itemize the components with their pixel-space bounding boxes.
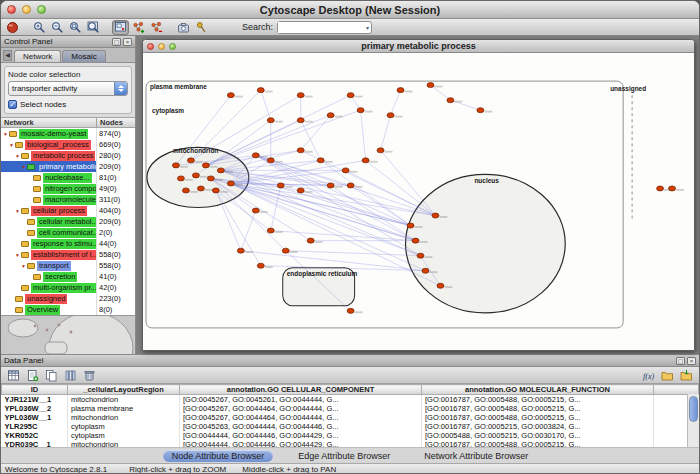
expander-icon[interactable]: ▼ xyxy=(8,142,15,148)
table-column-header[interactable]: annotation.GO CELLULAR_COMPONENT xyxy=(180,385,422,395)
table-row[interactable]: YPL036W__1mitochondrion[GO:0045267, GO:0… xyxy=(2,413,699,422)
table-cell[interactable]: mitochondrion xyxy=(68,395,180,405)
table-cell[interactable]: [GO:0045267, GO:0045261, GO:0044444, G..… xyxy=(180,395,422,405)
tree-header-network[interactable]: Network xyxy=(1,118,97,127)
table-row[interactable]: YDR039C__1mitochondrion[GO:0044444, GO:0… xyxy=(2,440,699,447)
tree-row-label-cell[interactable]: secretion xyxy=(1,271,97,282)
tree-row[interactable]: multi-organism pr...42(0) xyxy=(1,282,135,293)
function-builder-icon[interactable]: f(x) xyxy=(640,368,657,383)
table-column-header[interactable]: ID xyxy=(2,385,68,395)
table-cell[interactable]: [GO:0016787, GO:0005488, GO:0005215, G..… xyxy=(422,404,654,413)
tree-row-label-cell[interactable]: multi-organism pr... xyxy=(1,282,97,293)
tree-row-label-cell[interactable]: ▼primary metabolic process xyxy=(1,161,97,172)
table-cell[interactable]: [GO:0005488, GO:0005215, GO:0030170, G..… xyxy=(422,431,654,440)
table-scrollbar-thumb[interactable] xyxy=(689,396,698,422)
tree-row[interactable]: cell communicat...2(0) xyxy=(1,227,135,238)
tree-row[interactable]: ▼transport558(0) xyxy=(1,260,135,271)
tree-row-label-cell[interactable]: ▼establishment of l... xyxy=(1,249,97,260)
zoom-fit-icon[interactable] xyxy=(85,20,102,35)
table-row[interactable]: YLR295Ccytoplasm[GO:0045263, GO:0044444,… xyxy=(2,422,699,431)
tree-row-label-cell[interactable]: Overview xyxy=(1,304,97,315)
expander-icon[interactable]: ▼ xyxy=(20,263,27,269)
table-cell[interactable]: [GO:0016787, GO:0005215, GO:0003824, G..… xyxy=(422,422,654,431)
table-cell[interactable]: cytoplasm xyxy=(68,422,180,431)
expander-icon[interactable]: ▼ xyxy=(20,164,27,170)
import-attributes-icon[interactable] xyxy=(678,368,695,383)
tree-row[interactable]: Overview8(0) xyxy=(1,304,135,315)
expander-icon[interactable]: ▼ xyxy=(14,153,21,159)
open-folder-icon[interactable] xyxy=(659,368,676,383)
table-cell[interactable]: [GO:0016787, GO:0005488, GO:0005215, G..… xyxy=(422,395,654,405)
tree-row-label-cell[interactable]: ▼biological_process xyxy=(1,139,97,150)
table-cell[interactable]: [GO:0045263, GO:0044444, GO:0044446, G..… xyxy=(180,422,422,431)
table-cell[interactable]: mitochondrion xyxy=(68,413,180,422)
tree-row[interactable]: secretion41(0) xyxy=(1,271,135,282)
create-attribute-icon[interactable] xyxy=(24,368,41,383)
network-view-window[interactable]: primary metabolic process plasma membran… xyxy=(142,39,695,351)
tree-row[interactable]: ▼cellular process404(0) xyxy=(1,205,135,216)
tree-row[interactable]: nucleobase...81(0) xyxy=(1,172,135,183)
table-cell[interactable]: YPL036W__1 xyxy=(2,413,68,422)
tree-row[interactable]: ▼mosaic-demo-yeast874(0) xyxy=(1,128,135,139)
expander-icon[interactable]: ▼ xyxy=(14,252,21,258)
close-data-panel-icon[interactable]: × xyxy=(687,357,696,365)
table-row[interactable]: YKR052Ccytoplasm[GO:0044444, GO:0044446,… xyxy=(2,431,699,440)
table-cell[interactable]: YJR121W__1 xyxy=(2,395,68,405)
table-column-header[interactable]: annotation.GO MOLECULAR_FUNCTION xyxy=(422,385,654,395)
annotation-icon[interactable] xyxy=(193,20,210,35)
tree-row[interactable]: ▼primary metabolic process209(0) xyxy=(1,161,135,172)
float-panel-icon[interactable]: ▢ xyxy=(112,38,121,46)
tab-scroll-left-icon[interactable]: ◀ xyxy=(3,50,12,61)
tree-row-label-cell[interactable]: ▼metabolic process xyxy=(1,150,97,161)
network-graph[interactable]: plasma membranecytoplasmmitochondrionnuc… xyxy=(143,53,694,350)
table-column-header[interactable]: _cellularLayoutRegion xyxy=(68,385,180,395)
table-cell[interactable]: YPL036W__2 xyxy=(2,404,68,413)
search-dropdown-icon[interactable]: ▾ xyxy=(364,24,371,31)
birdseye-view-icon[interactable] xyxy=(112,20,129,35)
table-scrollbar[interactable] xyxy=(687,394,699,447)
table-cell[interactable]: [GO:0044444, GO:0044446, GO:0044429, G..… xyxy=(180,431,422,440)
tree-header-nodes[interactable]: Nodes xyxy=(97,118,135,127)
select-attributes-icon[interactable] xyxy=(5,368,22,383)
window-titlebar[interactable]: Cytoscape Desktop (New Session) xyxy=(1,1,699,19)
select-nodes-checkbox[interactable]: ✓ xyxy=(8,100,17,109)
tree-row-label-cell[interactable]: ▼transport xyxy=(1,260,97,271)
delete-attribute-icon[interactable] xyxy=(81,368,98,383)
search-field[interactable]: ▾ xyxy=(277,21,372,34)
table-cell[interactable]: mitochondrion xyxy=(68,440,180,447)
tab-network-attribute-browser[interactable]: Network Attribute Browser xyxy=(415,450,537,462)
combo-arrows-icon[interactable] xyxy=(114,82,127,95)
snapshot-icon[interactable] xyxy=(175,20,192,35)
birdseye-view-panel[interactable] xyxy=(1,315,135,354)
tree-row-label-cell[interactable]: nucleobase... xyxy=(1,172,97,183)
tree-row[interactable]: ▼biological_process669(0) xyxy=(1,139,135,150)
tab-network[interactable]: Network xyxy=(14,50,61,62)
tree-row[interactable]: ▼establishment of l...558(0) xyxy=(1,249,135,260)
table-row[interactable]: YJR121W__1mitochondrion[GO:0045267, GO:0… xyxy=(2,395,699,405)
network-canvas[interactable]: plasma membranecytoplasmmitochondrionnuc… xyxy=(143,53,694,350)
tree-row-label-cell[interactable]: response to stimu... xyxy=(1,238,97,249)
tree-row-label-cell[interactable]: nitrogen compo... xyxy=(1,183,97,194)
table-cell[interactable]: [GO:0044444, GO:0044446, GO:0044429, G..… xyxy=(180,440,422,447)
tree-row[interactable]: ▼metabolic process280(0) xyxy=(1,150,135,161)
zoom-selected-region-icon[interactable] xyxy=(67,20,84,35)
tab-mosaic[interactable]: Mosaic xyxy=(62,50,105,62)
tree-row[interactable]: response to stimu...44(0) xyxy=(1,238,135,249)
table-cell[interactable]: cytoplasm xyxy=(68,431,180,440)
tree-row-label-cell[interactable]: ▼mosaic-demo-yeast xyxy=(1,128,97,139)
tree-row-label-cell[interactable]: cell communicat... xyxy=(1,227,97,238)
table-cell[interactable]: [GO:0045267, GO:0044464, GO:0044444, G..… xyxy=(180,404,422,413)
tree-row[interactable]: macromolecule...311(0) xyxy=(1,194,135,205)
expander-icon[interactable]: ▼ xyxy=(14,208,21,214)
tree-row[interactable]: cellular metabol...209(0) xyxy=(1,216,135,227)
close-panel-icon[interactable]: × xyxy=(123,38,132,46)
tree-row[interactable]: unassigned223(0) xyxy=(1,293,135,304)
float-data-panel-icon[interactable]: ▢ xyxy=(676,357,685,365)
table-cell[interactable]: [GO:0045267, GO:0044464, GO:0044444, G..… xyxy=(180,413,422,422)
node-color-combo[interactable]: transporter activity xyxy=(8,81,128,96)
copy-attribute-icon[interactable] xyxy=(43,368,60,383)
zoom-in-icon[interactable] xyxy=(31,20,48,35)
tab-edge-attribute-browser[interactable]: Edge Attribute Browser xyxy=(289,450,399,462)
tab-node-attribute-browser[interactable]: Node Attribute Browser xyxy=(163,450,274,462)
table-cell[interactable]: [GO:0016787, GO:0005488, GO:0005215, G..… xyxy=(422,413,654,422)
